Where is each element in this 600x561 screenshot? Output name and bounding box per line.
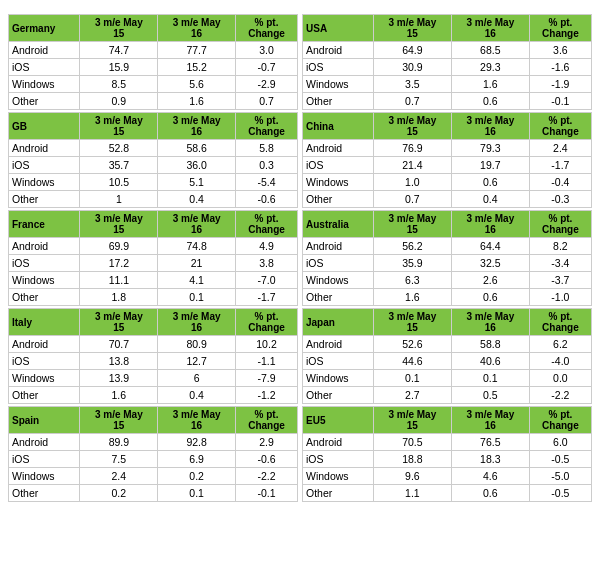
data-cell: -0.6 (236, 451, 298, 468)
data-cell: -3.7 (529, 272, 591, 289)
table-row: Other0.91.60.7 (9, 93, 298, 110)
data-cell: 1 (80, 191, 158, 208)
col-header-3: % pt.Change (529, 407, 591, 434)
data-cell: 0.1 (451, 370, 529, 387)
table-row: Windows0.10.10.0 (303, 370, 592, 387)
col-header-3: % pt.Change (529, 15, 591, 42)
col-header-2: 3 m/e May16 (451, 113, 529, 140)
table-row: iOS18.818.3-0.5 (303, 451, 592, 468)
data-cell: 0.1 (158, 289, 236, 306)
data-cell: 4.6 (451, 468, 529, 485)
os-label: Windows (9, 272, 80, 289)
data-cell: 29.3 (451, 59, 529, 76)
data-cell: 58.8 (451, 336, 529, 353)
data-cell: 58.6 (158, 140, 236, 157)
data-cell: 64.4 (451, 238, 529, 255)
os-label: Android (9, 434, 80, 451)
os-label: Windows (9, 468, 80, 485)
os-label: Android (303, 140, 374, 157)
col-header-1: 3 m/e May15 (80, 113, 158, 140)
right-table: USA3 m/e May153 m/e May16% pt.ChangeAndr… (302, 14, 592, 502)
data-cell: 0.2 (158, 468, 236, 485)
data-cell: 40.6 (451, 353, 529, 370)
table-row: Windows3.51.6-1.9 (303, 76, 592, 93)
table-row: Android69.974.84.9 (9, 238, 298, 255)
os-label: Android (303, 238, 374, 255)
table-row: Windows10.55.1-5.4 (9, 174, 298, 191)
data-cell: 3.5 (373, 76, 451, 93)
data-cell: 21 (158, 255, 236, 272)
col-header-1: 3 m/e May15 (373, 113, 451, 140)
data-cell: 10.2 (236, 336, 298, 353)
data-cell: 0.3 (236, 157, 298, 174)
col-header-3: % pt.Change (236, 113, 298, 140)
data-cell: -2.9 (236, 76, 298, 93)
data-cell: -0.6 (236, 191, 298, 208)
os-label: Other (9, 191, 80, 208)
os-label: Other (303, 191, 374, 208)
data-cell: 0.9 (80, 93, 158, 110)
table-row: Other1.60.6-1.0 (303, 289, 592, 306)
col-header-3: % pt.Change (236, 309, 298, 336)
col-header-2: 3 m/e May16 (158, 211, 236, 238)
data-cell: 6.0 (529, 434, 591, 451)
data-cell: 13.9 (80, 370, 158, 387)
data-cell: 2.6 (451, 272, 529, 289)
os-label: iOS (303, 157, 374, 174)
data-cell: 92.8 (158, 434, 236, 451)
data-cell: 2.7 (373, 387, 451, 404)
table-row: Windows8.55.6-2.9 (9, 76, 298, 93)
col-header-3: % pt.Change (236, 407, 298, 434)
data-cell: 52.8 (80, 140, 158, 157)
data-cell: 77.7 (158, 42, 236, 59)
data-cell: 3.8 (236, 255, 298, 272)
data-cell: -5.0 (529, 468, 591, 485)
data-cell: 2.4 (80, 468, 158, 485)
data-cell: -1.7 (529, 157, 591, 174)
os-label: Other (9, 289, 80, 306)
os-label: Other (303, 387, 374, 404)
table-row: Android64.968.53.6 (303, 42, 592, 59)
data-cell: 69.9 (80, 238, 158, 255)
table-row: Android74.777.73.0 (9, 42, 298, 59)
table-row: Android70.780.910.2 (9, 336, 298, 353)
data-cell: 12.7 (158, 353, 236, 370)
data-cell: -0.1 (529, 93, 591, 110)
data-cell: -1.1 (236, 353, 298, 370)
col-header-2: 3 m/e May16 (158, 407, 236, 434)
data-cell: 6.3 (373, 272, 451, 289)
os-label: iOS (9, 255, 80, 272)
data-cell: -1.2 (236, 387, 298, 404)
os-label: Android (9, 140, 80, 157)
region-name-eu5: EU5 (303, 407, 374, 434)
data-cell: 5.6 (158, 76, 236, 93)
data-cell: 80.9 (158, 336, 236, 353)
col-header-1: 3 m/e May15 (373, 15, 451, 42)
data-cell: 0.6 (451, 93, 529, 110)
col-header-2: 3 m/e May16 (451, 211, 529, 238)
region-name-japan: Japan (303, 309, 374, 336)
table-row: Android52.858.65.8 (9, 140, 298, 157)
region-name-spain: Spain (9, 407, 80, 434)
data-cell: 2.9 (236, 434, 298, 451)
data-cell: 3.6 (529, 42, 591, 59)
data-cell: 0.7 (373, 93, 451, 110)
data-cell: 0.2 (80, 485, 158, 502)
region-name-france: France (9, 211, 80, 238)
data-cell: 1.8 (80, 289, 158, 306)
table-row: Other2.70.5-2.2 (303, 387, 592, 404)
col-header-1: 3 m/e May15 (80, 15, 158, 42)
data-cell: 9.6 (373, 468, 451, 485)
col-header-2: 3 m/e May16 (158, 15, 236, 42)
table-row: iOS44.640.6-4.0 (303, 353, 592, 370)
data-cell: 4.1 (158, 272, 236, 289)
region-name-australia: Australia (303, 211, 374, 238)
data-cell: 1.1 (373, 485, 451, 502)
table-row: Windows13.96-7.9 (9, 370, 298, 387)
data-cell: 32.5 (451, 255, 529, 272)
os-label: Android (303, 336, 374, 353)
os-label: iOS (9, 451, 80, 468)
os-label: Other (303, 289, 374, 306)
table-row: Other1.10.6-0.5 (303, 485, 592, 502)
os-label: Other (303, 485, 374, 502)
